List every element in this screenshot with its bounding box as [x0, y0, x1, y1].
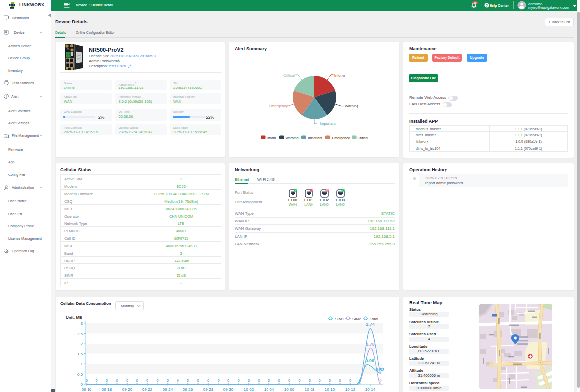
svg-text:Critical: Critical — [358, 136, 369, 140]
svg-text:09-30: 09-30 — [223, 387, 234, 392]
svg-text:Total: Total — [370, 317, 378, 321]
svg-text:10-14: 10-14 — [365, 387, 376, 392]
svg-text:0: 0 — [329, 378, 331, 383]
svg-text:0: 0 — [217, 378, 219, 383]
svg-text:0: 0 — [339, 378, 341, 383]
svg-text:SIM2: SIM2 — [352, 317, 361, 321]
svg-text:0.5: 0.5 — [77, 372, 83, 377]
svg-text:3: 3 — [81, 321, 83, 326]
svg-text:0: 0 — [156, 378, 158, 383]
svg-text:0: 0 — [167, 378, 169, 383]
svg-text:Critical: Critical — [283, 73, 295, 78]
svg-text:0: 0 — [86, 378, 88, 383]
svg-text:1: 1 — [81, 362, 83, 366]
svg-text:0: 0 — [187, 378, 189, 383]
svg-text:1.5: 1.5 — [77, 352, 83, 356]
svg-text:0: 0 — [237, 378, 239, 383]
svg-text:SIM1: SIM1 — [335, 317, 344, 321]
svg-text:0: 0 — [258, 378, 260, 383]
svg-text:10-06: 10-06 — [284, 387, 295, 392]
svg-text:10-12: 10-12 — [345, 387, 356, 392]
svg-text:0: 0 — [248, 378, 250, 383]
svg-text:0: 0 — [318, 378, 320, 383]
svg-text:Warning: Warning — [345, 104, 358, 108]
svg-text:10-02: 10-02 — [244, 387, 254, 392]
svg-text:?: ? — [486, 3, 488, 8]
svg-text:0: 0 — [116, 378, 118, 383]
svg-text:0: 0 — [197, 378, 199, 383]
svg-text:0: 0 — [278, 378, 280, 383]
svg-text:0: 0 — [95, 378, 97, 383]
svg-text:09-18: 09-18 — [102, 387, 112, 392]
svg-text:Important: Important — [308, 136, 323, 140]
svg-text:0: 0 — [288, 378, 290, 383]
svg-text:2.5: 2.5 — [77, 332, 83, 336]
svg-text:0: 0 — [309, 378, 311, 383]
svg-text:10-08: 10-08 — [305, 387, 315, 392]
svg-text:0: 0 — [298, 378, 300, 383]
svg-text:2.74: 2.74 — [366, 322, 375, 327]
svg-text:09-28: 09-28 — [203, 387, 214, 392]
svg-text:0: 0 — [106, 378, 108, 383]
svg-text:09-22: 09-22 — [142, 387, 153, 392]
svg-text:Important: Important — [320, 121, 336, 126]
svg-text:1.78: 1.78 — [366, 342, 375, 347]
svg-text:2: 2 — [81, 342, 83, 346]
svg-text:10-10: 10-10 — [325, 387, 335, 392]
svg-text:10-04: 10-04 — [264, 387, 274, 392]
svg-text:Emergency: Emergency — [332, 136, 350, 140]
svg-text:Emergency: Emergency — [269, 104, 288, 108]
svg-text:0: 0 — [81, 382, 83, 387]
svg-text:09-24: 09-24 — [163, 387, 173, 392]
svg-text:0: 0 — [177, 378, 178, 383]
svg-text:09-16: 09-16 — [82, 387, 92, 392]
svg-text:09-20: 09-20 — [122, 387, 133, 392]
svg-text:0: 0 — [136, 378, 138, 383]
svg-text:10: 10 — [473, 1, 476, 4]
svg-text:0: 0 — [207, 378, 209, 383]
svg-text:0: 0 — [126, 378, 128, 383]
svg-text:0: 0 — [268, 378, 270, 383]
svg-text:0: 0 — [146, 378, 148, 383]
svg-text:0: 0 — [379, 378, 381, 383]
svg-text:09-26: 09-26 — [183, 387, 193, 392]
svg-text:0.53: 0.53 — [376, 367, 385, 372]
svg-text:0.96: 0.96 — [365, 358, 374, 363]
svg-text:Inform: Inform — [334, 73, 345, 78]
svg-text:0: 0 — [349, 378, 351, 383]
svg-text:0: 0 — [227, 378, 229, 383]
svg-text:Inform: Inform — [267, 136, 276, 140]
svg-text:Warning: Warning — [286, 136, 299, 140]
